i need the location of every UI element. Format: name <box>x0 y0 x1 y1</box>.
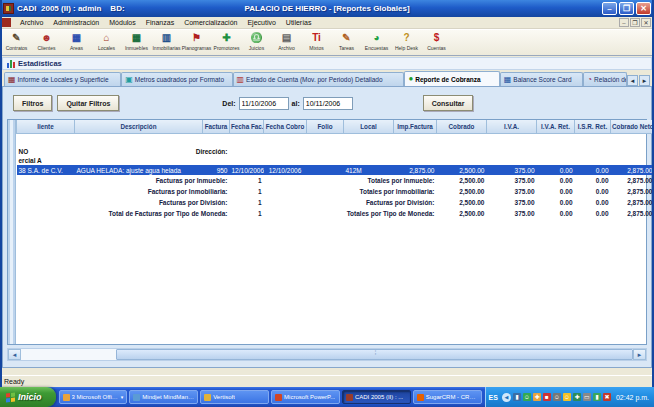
toolbar-label: Clientes <box>37 45 55 51</box>
tab-scroll-right[interactable]: ► <box>639 75 650 86</box>
helpdesk-button[interactable]: ?Help Desk <box>394 32 419 51</box>
network-icon[interactable]: ▮ <box>513 393 521 401</box>
tab-label: Relación de L <box>594 76 627 83</box>
column-header[interactable]: Fecha Cobro <box>264 120 307 133</box>
antivirus-icon[interactable]: ✚ <box>573 393 581 401</box>
mdi-restore-button[interactable]: ❐ <box>630 18 640 27</box>
user-icon[interactable]: ☺ <box>553 393 561 401</box>
helpdesk-icon: ? <box>400 32 413 44</box>
summary-left-label: Facturas por División: <box>17 197 230 208</box>
column-header[interactable]: Factura <box>203 120 230 133</box>
mdi-close-button[interactable]: ✕ <box>641 18 651 27</box>
tab-relacion[interactable]: ◔Relación de L <box>583 72 627 86</box>
restore-button[interactable]: ❐ <box>619 2 634 15</box>
mixtos-button[interactable]: TiMixtos <box>304 32 329 51</box>
archivo-button[interactable]: ▤Archivo <box>274 32 299 51</box>
quitar-filtros-button[interactable]: Quitar Filtros <box>57 95 119 111</box>
column-header[interactable]: I.S.R. Ret. <box>575 120 611 133</box>
menu-utilerias[interactable]: Utilerías <box>281 19 317 26</box>
mdi-minimize-button[interactable]: – <box>619 18 629 27</box>
task-mindjet[interactable]: Mindjet MindMana... <box>129 390 198 404</box>
group-dropdown-icon[interactable]: ▾ <box>121 394 124 400</box>
column-header[interactable]: Cobrado Neto <box>611 120 654 133</box>
planogramas-button[interactable]: ⚑Planogramas <box>184 32 209 51</box>
scrollbar-track[interactable] <box>21 349 633 360</box>
column-header[interactable]: Folio <box>307 120 344 133</box>
summary-value: 2,500.00 <box>437 186 487 197</box>
column-header[interactable]: I.V.A. <box>487 120 537 133</box>
column-header[interactable]: Descripción <box>75 120 203 133</box>
menu-modulos[interactable]: Módulos <box>104 19 140 26</box>
vertical-scrollbar[interactable] <box>8 120 16 344</box>
consultar-button[interactable]: Consultar <box>423 95 474 111</box>
menu-comercializacion[interactable]: Comercialización <box>179 19 242 26</box>
juicios-button[interactable]: ♎Juicios <box>244 32 269 51</box>
tray-chevron-icon[interactable]: ◀ <box>502 393 511 402</box>
toolbar-label: Planogramas <box>182 45 211 51</box>
locales-button[interactable]: ⌂Locales <box>94 32 119 51</box>
scroll-right-arrow[interactable]: ► <box>633 349 646 360</box>
scrollbar-thumb[interactable] <box>116 349 633 360</box>
menu-ejecutivo[interactable]: Ejecutivo <box>242 19 280 26</box>
tareas-button[interactable]: ✎Tareas <box>334 32 359 51</box>
column-header[interactable]: I.V.A. Ret. <box>537 120 575 133</box>
promotores-button[interactable]: ✚Promotores <box>214 32 239 51</box>
promotores-icon: ✚ <box>220 32 233 44</box>
start-button[interactable]: Inicio <box>0 387 56 407</box>
column-header[interactable]: Local <box>344 120 394 133</box>
display-icon[interactable]: ▭ <box>583 393 591 401</box>
inmobiliarias-button[interactable]: ▥Inmobiliarias <box>154 32 179 51</box>
tab-balance[interactable]: ▦Balance Score Card <box>500 72 583 86</box>
menu-administracion[interactable]: Administración <box>48 19 104 26</box>
task-cadi[interactable]: CADI 2005 (II) : ... <box>342 390 411 404</box>
invoice-row[interactable]: 38 S.A. de C.V.AGUA HELADA: ajuste agua … <box>17 165 654 175</box>
battery-icon[interactable]: ▮ <box>593 393 601 401</box>
clientes-icon: ☻ <box>40 32 53 44</box>
messenger-icon[interactable]: ☺ <box>523 393 531 401</box>
direccion-label: Dirección: <box>75 147 230 156</box>
toolbar-label: Archivo <box>278 45 295 51</box>
invoice-cell: 12/10/2006 <box>230 165 264 175</box>
inmobiliarias-icon: ▥ <box>160 32 173 44</box>
language-indicator[interactable]: ES <box>489 394 500 401</box>
tab-informe[interactable]: ▦Informe de Locales y Superficie <box>4 72 121 86</box>
column-header[interactable]: liente <box>17 120 75 133</box>
informe-tab-icon: ▦ <box>8 76 16 84</box>
clientes-button[interactable]: ☻Clientes <box>34 32 59 51</box>
taskbar-clock: 02:42 p.m. <box>613 394 649 401</box>
task-powerpoint[interactable]: Microsoft PowerP... <box>271 390 340 404</box>
date-to-input[interactable] <box>303 97 353 110</box>
column-header[interactable]: Cobrado <box>437 120 487 133</box>
task-folder[interactable]: Vertisoft <box>200 390 269 404</box>
update-icon[interactable]: ✚ <box>533 393 541 401</box>
tab-cobranza[interactable]: ●Reporte de Cobranza <box>404 71 499 86</box>
shield-icon[interactable]: ■ <box>543 393 551 401</box>
task-office[interactable]: 3 Microsoft Offic...▾ <box>59 390 128 404</box>
contratos-button[interactable]: ✎Contratos <box>4 32 29 51</box>
inmuebles-button[interactable]: ▦Inmuebles <box>124 32 149 51</box>
cuentas-button[interactable]: $Cuentas <box>424 32 449 51</box>
encuestas-button[interactable]: ◕Encuestas <box>364 32 389 51</box>
tab-scroll-left[interactable]: ◄ <box>627 75 638 86</box>
areas-button[interactable]: ▦Areas <box>64 32 89 51</box>
smiley-icon[interactable]: ☺ <box>563 393 571 401</box>
task-label: Vertisoft <box>213 394 235 400</box>
minimize-button[interactable]: – <box>602 2 617 15</box>
menu-finanzas[interactable]: Finanzas <box>141 19 179 26</box>
filtros-button[interactable]: Filtros <box>13 95 52 111</box>
task-firefox[interactable]: SugarCRM - CRM ... <box>413 390 482 404</box>
window-title: CADI 2005 (II) : admin BD: <box>17 4 125 13</box>
toolbar-label: Areas <box>70 45 83 51</box>
column-header[interactable]: Fecha Fac. <box>230 120 264 133</box>
window-border-left <box>0 0 2 387</box>
tab-metros[interactable]: ▣Metros cuadrados por Formato <box>121 72 232 86</box>
scroll-left-arrow[interactable]: ◄ <box>8 349 21 360</box>
security-icon[interactable]: ✖ <box>603 393 611 401</box>
close-button[interactable]: ✕ <box>636 2 651 15</box>
horizontal-scrollbar[interactable]: ◄ ► <box>7 348 647 361</box>
results-grid: lienteDescripciónFacturaFecha Fac.Fecha … <box>7 119 647 345</box>
menu-archivo[interactable]: Archivo <box>15 19 48 26</box>
tab-estado[interactable]: ▥Estado de Cuenta (Mov. por Periodo) Det… <box>233 72 405 86</box>
column-header[interactable]: Imp.Factura <box>394 120 437 133</box>
date-from-input[interactable] <box>239 97 289 110</box>
